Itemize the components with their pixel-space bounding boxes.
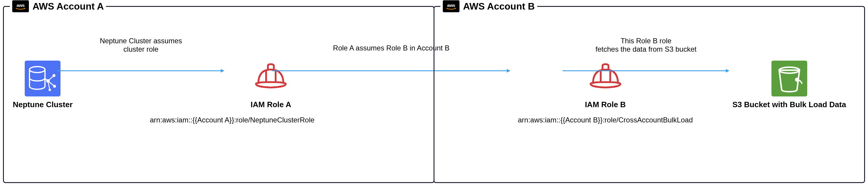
aws-logo-icon: aws	[12, 0, 29, 12]
account-b-box: aws AWS Account B IAM Role B arn	[434, 6, 865, 183]
aws-logo-text: aws	[17, 3, 25, 8]
account-b-title: AWS Account B	[463, 1, 535, 12]
arrow3-line-icon	[563, 65, 730, 77]
s3-bucket-icon	[771, 61, 807, 97]
arrow-neptune-to-iam-a: Neptune Cluster assumes cluster role	[58, 37, 224, 78]
account-a-content: Neptune Cluster Neptune Cluster assumes …	[4, 61, 434, 132]
s3-node: S3 Bucket with Bulk Load Data	[733, 61, 846, 109]
diagram-container: aws AWS Account A	[3, 6, 865, 183]
account-a-header: aws AWS Account A	[10, 0, 106, 12]
account-b-content: IAM Role B arn:aws:iam::{{Account B}}:ro…	[434, 61, 864, 132]
iam-b-label: IAM Role B	[585, 100, 626, 109]
aws-logo-icon: aws	[443, 0, 460, 12]
iam-a-label: IAM Role A	[251, 100, 291, 109]
arrow3-label-line2: fetches the data from S3 bucket	[563, 45, 730, 53]
account-a-title: AWS Account A	[32, 1, 104, 12]
account-a-box: aws AWS Account A	[3, 6, 434, 183]
iam-a-arn: arn:aws:iam::{{Account A}}:role/NeptuneC…	[150, 116, 314, 124]
arrow1-label-line2: cluster role	[58, 45, 224, 53]
neptune-icon	[25, 61, 61, 97]
arrow3-label-line1: This Role B role	[563, 37, 730, 45]
arrow1-label-line1: Neptune Cluster assumes	[58, 37, 224, 45]
aws-swoosh-icon	[15, 8, 26, 10]
arrow-iam-b-to-s3: This Role B role fetches the data from S…	[563, 37, 730, 78]
iam-b-arn: arn:aws:iam::{{Account B}}:role/CrossAcc…	[518, 116, 693, 124]
account-b-header: aws AWS Account B	[440, 0, 537, 12]
aws-logo-text: aws	[447, 3, 455, 8]
arrow1-line-icon	[58, 65, 224, 77]
aws-swoosh-icon	[446, 8, 457, 10]
neptune-label: Neptune Cluster	[13, 100, 73, 109]
s3-label: S3 Bucket with Bulk Load Data	[733, 100, 846, 109]
